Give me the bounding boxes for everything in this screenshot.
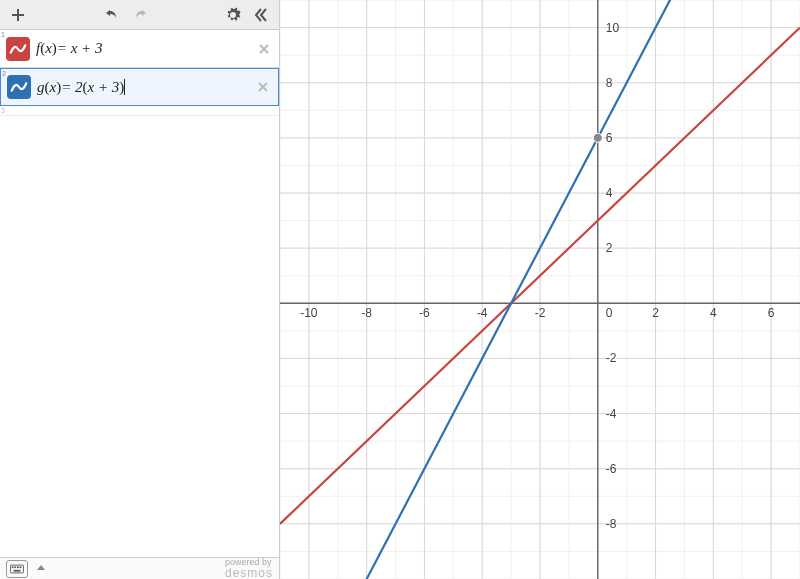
keyboard-button[interactable]	[6, 560, 28, 578]
svg-rect-1	[12, 566, 14, 568]
svg-text:-8: -8	[606, 517, 617, 531]
svg-text:6: 6	[606, 131, 613, 145]
expression-list: 1f(x) = x + 32g(x) = 2(x + 3)3	[0, 30, 279, 557]
svg-text:-2: -2	[535, 306, 546, 320]
svg-rect-3	[17, 566, 19, 568]
expression-row[interactable]: 2g(x) = 2(x + 3)	[0, 68, 279, 106]
up-arrow-icon	[36, 563, 46, 575]
graph-point[interactable]	[593, 133, 602, 142]
expression-index: 2	[2, 70, 6, 77]
expression-index: 1	[1, 31, 5, 38]
delete-expression-button[interactable]	[254, 78, 272, 96]
redo-button[interactable]	[128, 3, 152, 27]
svg-text:6: 6	[768, 306, 775, 320]
collapse-sidebar-button[interactable]	[249, 3, 273, 27]
svg-text:-2: -2	[606, 351, 617, 365]
color-swatch[interactable]	[7, 75, 31, 99]
expression-index: 3	[1, 107, 5, 114]
svg-text:4: 4	[606, 186, 613, 200]
undo-button[interactable]	[100, 3, 124, 27]
svg-text:8: 8	[606, 76, 613, 90]
svg-rect-2	[14, 566, 16, 568]
add-expression-button[interactable]	[6, 3, 30, 27]
svg-rect-0	[10, 565, 23, 573]
svg-text:2: 2	[652, 306, 659, 320]
expression-text[interactable]: f(x) = x + 3	[36, 40, 255, 57]
app-root: 1f(x) = x + 32g(x) = 2(x + 3)3 powered b…	[0, 0, 800, 579]
expression-row[interactable]: 1f(x) = x + 3	[0, 30, 279, 68]
svg-text:-10: -10	[300, 306, 318, 320]
sidebar: 1f(x) = x + 32g(x) = 2(x + 3)3 powered b…	[0, 0, 280, 579]
delete-expression-button[interactable]	[255, 40, 273, 58]
svg-rect-4	[20, 566, 22, 568]
color-swatch[interactable]	[6, 37, 30, 61]
expression-text[interactable]: g(x) = 2(x + 3)	[37, 79, 254, 96]
svg-text:-6: -6	[419, 306, 430, 320]
settings-button[interactable]	[221, 3, 245, 27]
svg-text:-4: -4	[606, 407, 617, 421]
graph-pane[interactable]: -10-8-6-4-2246-8-6-4-22468100	[280, 0, 800, 579]
footer: powered by desmos	[0, 557, 279, 579]
svg-text:4: 4	[710, 306, 717, 320]
svg-text:-6: -6	[606, 462, 617, 476]
empty-expression-row[interactable]: 3	[0, 106, 279, 116]
toolbar	[0, 0, 279, 30]
svg-text:10: 10	[606, 21, 620, 35]
svg-text:0: 0	[606, 306, 613, 320]
svg-text:-8: -8	[361, 306, 372, 320]
brand-name: desmos	[225, 567, 273, 579]
svg-text:-4: -4	[477, 306, 488, 320]
brand-attribution: powered by desmos	[225, 558, 273, 579]
svg-text:2: 2	[606, 241, 613, 255]
svg-rect-5	[14, 569, 21, 571]
graph-canvas[interactable]: -10-8-6-4-2246-8-6-4-22468100	[280, 0, 800, 579]
